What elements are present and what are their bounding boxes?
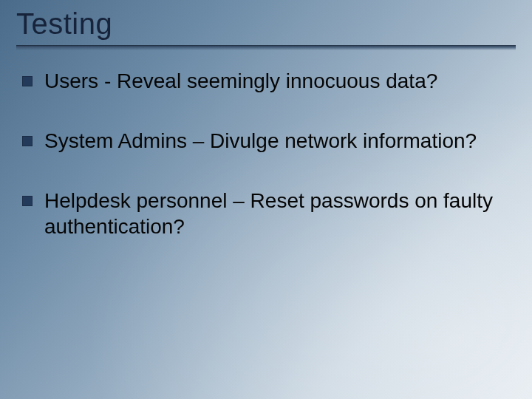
slide-title: Testing (16, 7, 516, 41)
square-bullet-icon (22, 196, 33, 206)
square-bullet-icon (22, 76, 33, 86)
list-item: Users - Reveal seemingly innocuous data? (22, 68, 502, 94)
bullet-text: Helpdesk personnel – Reset passwords on … (44, 188, 502, 239)
bullet-text: Users - Reveal seemingly innocuous data? (44, 68, 437, 94)
title-area: Testing (16, 7, 516, 50)
list-item: System Admins – Divulge network informat… (22, 128, 502, 154)
slide: Testing Users - Reveal seemingly innocuo… (0, 0, 532, 399)
content-area: Users - Reveal seemingly innocuous data?… (22, 68, 502, 273)
title-underline (16, 45, 516, 50)
list-item: Helpdesk personnel – Reset passwords on … (22, 188, 502, 239)
square-bullet-icon (22, 136, 33, 146)
bullet-text: System Admins – Divulge network informat… (44, 128, 477, 154)
